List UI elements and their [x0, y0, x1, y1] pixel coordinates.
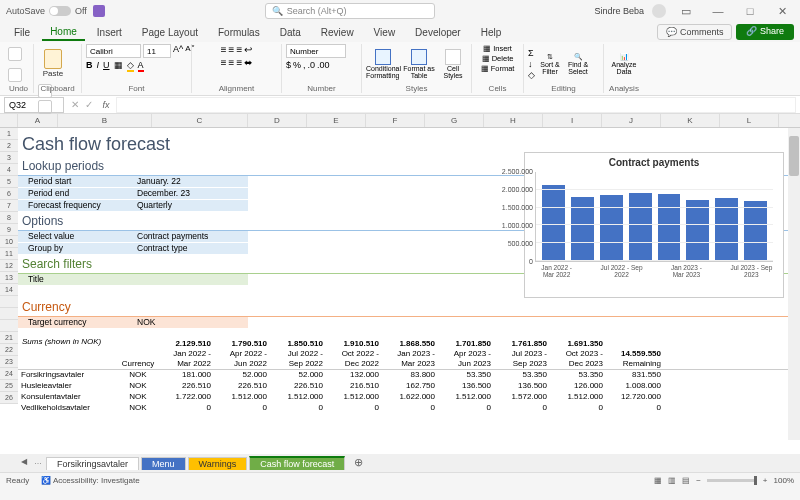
select-all-corner[interactable]: [0, 114, 18, 127]
delete-cells-button[interactable]: ▦ Delete: [482, 54, 514, 63]
cell-value[interactable]: 0: [326, 403, 382, 414]
cell-remaining[interactable]: 12.720.000: [606, 392, 664, 403]
row-header[interactable]: 12: [0, 260, 18, 272]
accessibility-status[interactable]: ♿ Accessibility: Investigate: [41, 476, 139, 485]
row-header[interactable]: 5: [0, 176, 18, 188]
col-header[interactable]: A: [18, 114, 58, 127]
table-row[interactable]: ForsikringsavtalerNOK181.00052.00052.000…: [18, 370, 788, 381]
cell-value[interactable]: 0: [550, 403, 606, 414]
kv-value[interactable]: January. 22: [133, 176, 248, 188]
row-header[interactable]: 10: [0, 236, 18, 248]
sheet-tab[interactable]: Menu: [141, 457, 186, 470]
cell-value[interactable]: 1.572.000: [494, 392, 550, 403]
insert-cells-button[interactable]: ▦ Insert: [483, 44, 512, 53]
row-header[interactable]: 23: [0, 356, 18, 368]
table-row[interactable]: HusleieavtalerNOK226.510226.510226.51021…: [18, 381, 788, 392]
col-header[interactable]: H: [484, 114, 543, 127]
table-row[interactable]: VedlikeholdsavtalerNOK000000000: [18, 403, 788, 414]
chart-bar[interactable]: [658, 194, 681, 261]
cell-value[interactable]: 53.350: [550, 370, 606, 381]
tab-nav-prev[interactable]: ◀: [18, 457, 30, 469]
cell-value[interactable]: 83.800: [382, 370, 438, 381]
row-header[interactable]: 7: [0, 200, 18, 212]
row-header[interactable]: 24: [0, 368, 18, 380]
spreadsheet-grid[interactable]: A B C D E F G H I J K L 1234567891011121…: [0, 114, 800, 454]
cell-value[interactable]: 136.500: [438, 381, 494, 392]
col-header[interactable]: C: [152, 114, 248, 127]
fill-icon[interactable]: ↓: [528, 59, 535, 69]
font-color-icon[interactable]: A: [138, 60, 144, 72]
menu-view[interactable]: View: [366, 25, 404, 40]
menu-formulas[interactable]: Formulas: [210, 25, 268, 40]
cell-value[interactable]: 53.350: [438, 370, 494, 381]
analyze-data-button[interactable]: 📊 Analyze Data: [608, 53, 640, 75]
col-header[interactable]: B: [58, 114, 152, 127]
cell-value[interactable]: 53.350: [494, 370, 550, 381]
format-table-button[interactable]: Format as Table: [403, 49, 435, 79]
row-header[interactable]: 11: [0, 248, 18, 260]
row-header[interactable]: 14: [0, 284, 18, 296]
row-header[interactable]: 26: [0, 392, 18, 404]
kv-value[interactable]: December. 23: [133, 188, 248, 200]
cell-value[interactable]: 52.000: [270, 370, 326, 381]
ribbon-display-options[interactable]: ▭: [674, 2, 698, 20]
col-header[interactable]: L: [720, 114, 779, 127]
cell-value[interactable]: 216.510: [326, 381, 382, 392]
col-header[interactable]: G: [425, 114, 484, 127]
chart-bar[interactable]: [600, 195, 623, 261]
menu-page-layout[interactable]: Page Layout: [134, 25, 206, 40]
cell-value[interactable]: 132.000: [326, 370, 382, 381]
format-cells-button[interactable]: ▦ Format: [481, 64, 515, 73]
cell-value[interactable]: 1.512.000: [214, 392, 270, 403]
align-center-icon[interactable]: ≡: [229, 57, 235, 68]
cond-formatting-button[interactable]: Conditional Formatting: [366, 49, 399, 79]
cell-value[interactable]: 1.512.000: [438, 392, 494, 403]
row-header[interactable]: 9: [0, 224, 18, 236]
fill-color-icon[interactable]: ◇: [127, 60, 134, 72]
sheet-tab[interactable]: Forsikringsavtaler: [46, 457, 139, 470]
align-top-icon[interactable]: ≡: [221, 44, 227, 55]
save-icon[interactable]: [93, 5, 105, 17]
row-header[interactable]: 3: [0, 152, 18, 164]
vertical-scrollbar[interactable]: [788, 128, 800, 440]
row-header[interactable]: 22: [0, 344, 18, 356]
cell-value[interactable]: 126.000: [550, 381, 606, 392]
formula-enter-icon[interactable]: ✓: [82, 99, 96, 110]
row-header[interactable]: 4: [0, 164, 18, 176]
row-header[interactable]: 8: [0, 212, 18, 224]
chart-bar[interactable]: [686, 200, 709, 261]
find-select-button[interactable]: 🔍 Find & Select: [565, 53, 591, 75]
cell-value[interactable]: 0: [214, 403, 270, 414]
cell-value[interactable]: 181.000: [158, 370, 214, 381]
row-header[interactable]: 13: [0, 272, 18, 284]
number-format-select[interactable]: Number: [286, 44, 346, 58]
autosum-icon[interactable]: Σ: [528, 48, 535, 58]
underline-button[interactable]: U: [103, 60, 110, 72]
chart-contract-payments[interactable]: Contract payments 2.500.0002.000.0001.50…: [524, 152, 784, 298]
italic-button[interactable]: I: [97, 60, 100, 72]
cell-value[interactable]: 226.510: [270, 381, 326, 392]
align-mid-icon[interactable]: ≡: [229, 44, 235, 55]
fx-icon[interactable]: fx: [96, 100, 116, 110]
kv-value[interactable]: Quarterly: [133, 200, 248, 212]
chart-bar[interactable]: [629, 193, 652, 261]
dec-decimal-icon[interactable]: .00: [317, 60, 330, 70]
menu-home[interactable]: Home: [42, 24, 85, 41]
minimize-button[interactable]: —: [706, 2, 730, 20]
search-input[interactable]: 🔍 Search (Alt+Q): [265, 3, 435, 19]
bold-button[interactable]: B: [86, 60, 93, 72]
percent-icon[interactable]: %: [293, 60, 301, 70]
cell-remaining[interactable]: 831.550: [606, 370, 664, 381]
avatar[interactable]: [652, 4, 666, 18]
borders-icon[interactable]: ▦: [114, 60, 123, 72]
menu-data[interactable]: Data: [272, 25, 309, 40]
tab-nav-more[interactable]: …: [32, 457, 44, 469]
col-header[interactable]: J: [602, 114, 661, 127]
view-normal-icon[interactable]: ▦: [654, 476, 662, 485]
view-page-break-icon[interactable]: ▤: [682, 476, 690, 485]
user-name[interactable]: Sindre Beba: [594, 6, 644, 16]
paste-button[interactable]: Paste: [38, 44, 68, 82]
comments-button[interactable]: 💬 Comments: [657, 24, 732, 40]
kv-value[interactable]: NOK: [133, 317, 248, 329]
cell-remaining[interactable]: 0: [606, 403, 664, 414]
